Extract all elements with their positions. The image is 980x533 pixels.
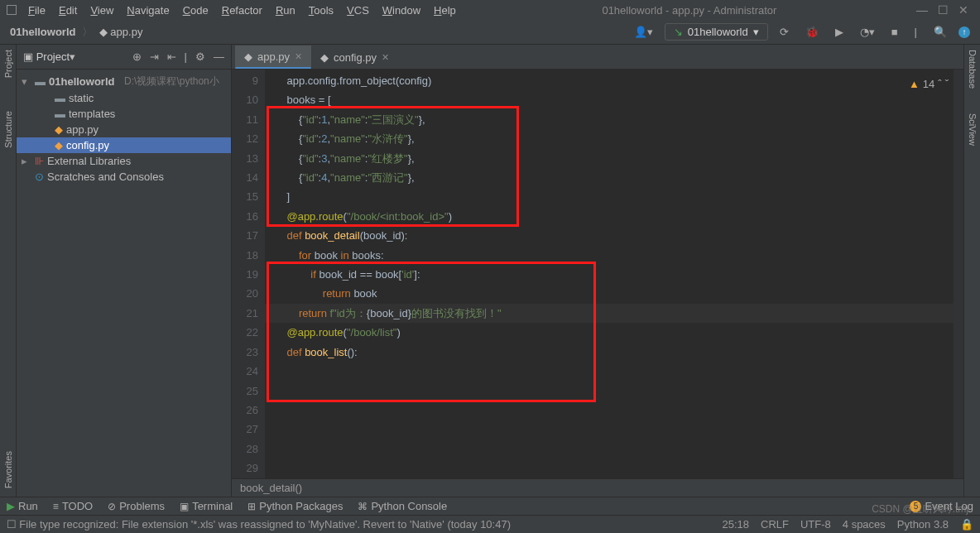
- editor: ◆app.py✕◆config.py✕ 91011121314151617181…: [232, 45, 963, 497]
- search-icon[interactable]: 🔍: [929, 24, 952, 40]
- external-libs-label: External Libraries: [47, 155, 131, 167]
- close-icon[interactable]: ✕: [958, 3, 968, 17]
- tool-structure[interactable]: Structure: [3, 111, 13, 148]
- pane-title[interactable]: Project: [36, 50, 70, 63]
- tree-item-static[interactable]: ▬ static: [17, 90, 231, 106]
- minimize-icon[interactable]: —: [916, 3, 928, 17]
- tree-item-config.py[interactable]: ◆ config.py: [17, 137, 231, 153]
- status-icon[interactable]: ☐: [7, 518, 17, 531]
- breadcrumb[interactable]: 01helloworld 〉 ◆ app.py: [10, 25, 142, 40]
- code-line-15[interactable]: {"id":4,"name":"西游记"},: [265, 168, 963, 187]
- status-bar: ☐ File type recognized: File extension '…: [0, 515, 980, 533]
- tab-app.py[interactable]: ◆app.py✕: [235, 46, 311, 69]
- breadcrumb-file[interactable]: app.py: [110, 26, 142, 38]
- folder-icon: ▣: [23, 50, 33, 63]
- play-icon[interactable]: ▶: [830, 24, 848, 40]
- scratches-label: Scratches and Consoles: [47, 170, 164, 183]
- stop-icon[interactable]: ■: [886, 24, 903, 40]
- debug-icon[interactable]: 🐞: [800, 24, 824, 40]
- menu-tools[interactable]: Tools: [302, 4, 340, 17]
- code-line-21[interactable]: for book in books:: [265, 246, 963, 265]
- code-line-23[interactable]: return book: [265, 284, 963, 303]
- run-config-select[interactable]: ↘ 01helloworld ▾: [665, 23, 768, 41]
- code-line-22[interactable]: if book_id == book['id']:: [265, 265, 963, 284]
- interpreter[interactable]: Python 3.8: [897, 518, 949, 531]
- tool-pyconsole[interactable]: ⌘ Python Console: [358, 500, 447, 512]
- tool-database[interactable]: Database: [968, 50, 978, 89]
- tool-favorites[interactable]: Favorites: [3, 451, 13, 488]
- tool-problems[interactable]: ⊘ Problems: [108, 500, 165, 512]
- breadcrumb-project[interactable]: 01helloworld: [10, 26, 75, 38]
- coverage-icon[interactable]: ◔▾: [855, 24, 880, 40]
- tool-terminal[interactable]: ▣ Terminal: [180, 500, 233, 512]
- update-icon[interactable]: ↑: [958, 26, 970, 38]
- code-line-14[interactable]: {"id":3,"name":"红楼梦"},: [265, 149, 963, 168]
- tool-todo[interactable]: ≡ TODO: [53, 500, 93, 512]
- tree-root[interactable]: ▾▬ 01helloworld D:\视频课程\python小: [17, 73, 231, 90]
- menu-refactor[interactable]: Refactor: [215, 4, 269, 17]
- menu-file[interactable]: File: [22, 4, 52, 17]
- code-line-29[interactable]: def book_list():: [265, 343, 963, 362]
- bottom-tool-bar: ▶Run ≡ TODO ⊘ Problems ▣ Terminal ⊞ Pyth…: [0, 497, 980, 515]
- tool-sciview[interactable]: SciView: [968, 113, 978, 146]
- menu-navigate[interactable]: Navigate: [120, 4, 175, 17]
- gear-icon[interactable]: ⚙: [195, 50, 205, 63]
- inspection-badge[interactable]: ▲14 ˆˇ: [909, 74, 949, 94]
- code-line-13[interactable]: {"id":2,"name":"水浒传"},: [265, 129, 963, 148]
- user-icon[interactable]: 👤▾: [629, 24, 658, 40]
- tree-external[interactable]: ▸⊪ External Libraries: [17, 153, 231, 169]
- encoding[interactable]: UTF-8: [800, 518, 831, 531]
- collapse-icon[interactable]: ⇥: [150, 50, 159, 63]
- code-content[interactable]: ▲14 ˆˇ app.config.from_object(config) bo…: [265, 70, 963, 478]
- caret-pos[interactable]: 25:18: [722, 518, 749, 531]
- code-line-20[interactable]: def book_detail(book_id):: [265, 226, 963, 245]
- navbar: 01helloworld 〉 ◆ app.py 👤▾ ↘ 01helloworl…: [0, 20, 980, 45]
- menu-vcs[interactable]: VCS: [340, 4, 376, 17]
- code-line-25[interactable]: return f"id为：{book_id}的图书没有找到！": [265, 304, 963, 323]
- tab-config.py[interactable]: ◆config.py✕: [311, 46, 398, 69]
- project-tree[interactable]: ▾▬ 01helloworld D:\视频课程\python小 ▬ static…: [17, 70, 231, 188]
- tool-project[interactable]: Project: [3, 50, 13, 78]
- tree-item-templates[interactable]: ▬ templates: [17, 106, 231, 122]
- menu-edit[interactable]: Edit: [52, 4, 84, 17]
- line-gutter[interactable]: 9101112131415161718192021222324252627282…: [232, 70, 265, 478]
- menu-view[interactable]: View: [84, 4, 120, 17]
- code-line-19[interactable]: @app.route("/book/<int:book_id>"): [265, 207, 963, 226]
- menu-window[interactable]: Window: [376, 4, 427, 17]
- left-tool-strip: Project Structure Favorites: [0, 45, 17, 497]
- error-stripe[interactable]: [954, 70, 963, 478]
- chevron-down-icon[interactable]: ▾: [70, 50, 75, 63]
- menu-code[interactable]: Code: [176, 4, 215, 17]
- code-line-16[interactable]: ]: [265, 187, 963, 206]
- tree-root-name: 01helloworld: [49, 75, 114, 88]
- tool-pypkg[interactable]: ⊞ Python Packages: [247, 500, 343, 512]
- run-icon[interactable]: ⟳: [775, 24, 794, 40]
- tool-run[interactable]: ▶Run: [7, 500, 38, 512]
- code-line-12[interactable]: {"id":1,"name":"三国演义"},: [265, 110, 963, 129]
- editor-breadcrumb[interactable]: book_detail(): [232, 478, 963, 497]
- target-icon[interactable]: ⊕: [132, 50, 142, 63]
- tree-root-path: D:\视频课程\python小: [124, 74, 219, 89]
- menu-run[interactable]: Run: [269, 4, 302, 17]
- hide-icon[interactable]: —: [214, 50, 224, 63]
- expand-icon[interactable]: ⇤: [167, 50, 176, 63]
- code-line-9[interactable]: app.config.from_object(config): [265, 71, 963, 90]
- watermark: CSDN @且听风吟.tmj: [872, 502, 968, 516]
- indent[interactable]: 4 spaces: [843, 518, 886, 531]
- code-line-28[interactable]: @app.route("/book/list"): [265, 323, 963, 342]
- divider: |: [910, 24, 922, 40]
- lock-icon[interactable]: 🔒: [960, 518, 973, 531]
- app-icon: [7, 5, 17, 15]
- window-title: 01helloworld - app.py - Administrator: [463, 4, 916, 17]
- code-line-11[interactable]: books = [: [265, 90, 963, 109]
- editor-tabs: ◆app.py✕◆config.py✕: [232, 45, 963, 70]
- tree-scratches[interactable]: ⊙ Scratches and Consoles: [17, 169, 231, 185]
- divider: |: [185, 50, 187, 63]
- close-tab-icon[interactable]: ✕: [295, 51, 302, 62]
- tree-item-app.py[interactable]: ◆ app.py: [17, 122, 231, 137]
- line-sep[interactable]: CRLF: [761, 518, 789, 531]
- maximize-icon[interactable]: ☐: [938, 3, 949, 17]
- status-message[interactable]: File type recognized: File extension '*.…: [19, 518, 511, 531]
- close-tab-icon[interactable]: ✕: [382, 52, 389, 63]
- menu-help[interactable]: Help: [427, 4, 463, 17]
